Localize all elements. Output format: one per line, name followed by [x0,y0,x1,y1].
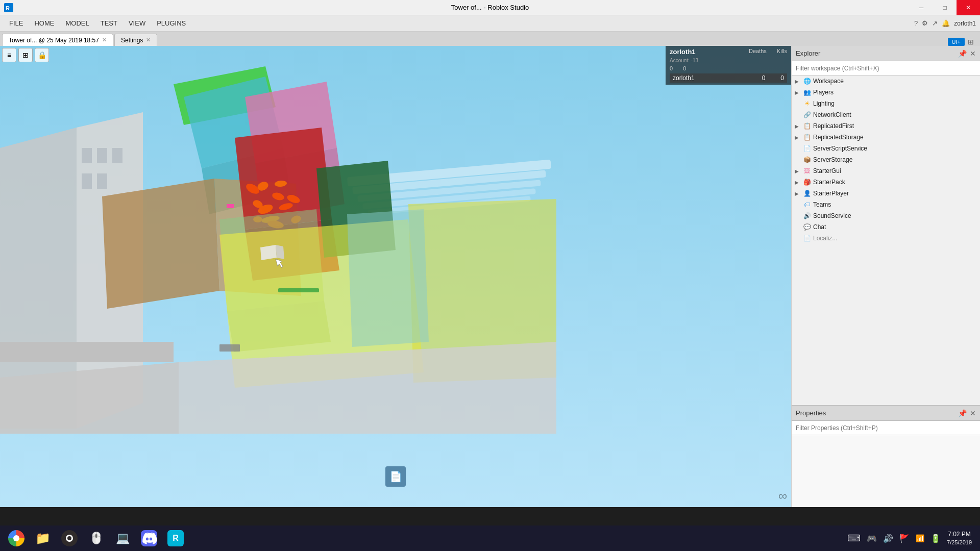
networkclient-icon: 🔗 [803,111,811,119]
window-title: Tower of... - Roblox Studio [451,4,529,11]
username-label: zorloth1 [954,20,976,27]
tree-item-soundservice[interactable]: ▶ 🔊 SoundService [792,210,980,221]
taskbar-discord[interactable] [137,527,161,549]
hud-player-name: zorloth1 [673,74,695,82]
minimize-button[interactable]: ─ [910,0,933,15]
taskbar-chrome[interactable] [4,527,29,549]
lighting-label: Lighting [813,100,977,107]
startergui-label: StarterGui [813,167,977,174]
starterpack-arrow: ▶ [795,180,801,185]
serverstorage-icon: 📦 [803,156,811,164]
properties-close-icon[interactable]: ✕ [970,409,976,417]
taskbar-clock[interactable]: 7:02 PM 7/25/2019 [947,530,972,546]
taskbar-roblox[interactable]: R [163,527,188,549]
notifications-icon[interactable]: 🔔 [942,19,950,27]
properties-filter-input[interactable] [792,421,980,435]
replicatedstorage-icon: 📋 [803,133,811,141]
soundservice-icon: 🔊 [803,212,811,220]
taskbar-right: ⌨ 🎮 🔊 🚩 📶 🔋 7:02 PM 7/25/2019 [847,530,976,546]
settings-gear-icon[interactable]: ⚙ [922,19,928,27]
tree-item-serverscriptservice[interactable]: ▶ 📄 ServerScriptService [792,143,980,154]
taskbar-files[interactable]: 📁 [31,527,55,549]
menu-file[interactable]: FILE [4,17,28,29]
tab-viewport-close[interactable]: ✕ [102,37,107,43]
tab-settings-close[interactable]: ✕ [146,37,151,43]
menu-model[interactable]: MODEL [60,17,94,29]
tree-item-teams[interactable]: ▶ 🏷 Teams [792,199,980,210]
menu-plugins[interactable]: PLUGINS [152,17,191,29]
tab-viewport[interactable]: Tower of... @ 25 May 2019 18:57 ✕ [2,34,113,46]
menu-test[interactable]: TEST [95,17,122,29]
explorer-pin-icon[interactable]: 📌 [958,49,967,58]
titlebar: R Tower of... - Roblox Studio ─ □ ✕ [0,0,980,15]
partial-label: Localiz... [813,235,977,242]
tree-item-starterpack[interactable]: ▶ 🎒 StarterPack [792,177,980,188]
ui-toggle-button[interactable]: UI+ [948,38,965,46]
taskbar-mouse[interactable]: 🖱️ [84,527,108,549]
player-hud: zorloth1 Deaths Kills Account: -13 0 0 z… [666,46,791,85]
tree-item-partial[interactable]: ▶ 📄 Localiz... [792,233,980,244]
tree-item-networkclient[interactable]: ▶ 🔗 NetworkClient [792,109,980,120]
svg-rect-10 [0,342,174,362]
properties-pin-icon[interactable]: 📌 [958,409,967,417]
hamburger-menu-icon[interactable]: ≡ [2,48,16,62]
tab-settings[interactable]: Settings ✕ [114,34,157,46]
svg-marker-47 [276,245,284,259]
tree-item-players[interactable]: ▶ 👥 Players [792,87,980,98]
tree-item-starterplayer[interactable]: ▶ 👤 StarterPlayer [792,188,980,199]
taskbar-explorer[interactable]: 💻 [110,527,135,549]
lock-icon[interactable]: 🔒 [35,48,49,62]
explorer-close-icon[interactable]: ✕ [970,49,976,58]
hud-deaths-value: 0 [670,65,673,71]
workspace-label: Workspace [813,78,977,85]
serverscriptservice-icon: 📄 [803,144,811,153]
tree-item-workspace[interactable]: ▶ 🌐 Workspace [792,76,980,87]
keyboard-icon[interactable]: ⌨ [847,533,861,544]
hud-kills-value: 0 [683,65,686,71]
flag-icon[interactable]: 🚩 [899,534,910,543]
explorer-title: Explorer [796,49,820,57]
startergui-icon: 🖼 [803,167,811,175]
teams-label: Teams [813,201,977,208]
replicatedfirst-icon: 📋 [803,122,811,130]
hud-player-kills: 0 [780,74,784,82]
tree-item-replicatedfirst[interactable]: ▶ 📋 ReplicatedFirst [792,120,980,132]
tree-item-chat[interactable]: ▶ 💬 Chat [792,221,980,233]
tree-item-serverstorage[interactable]: ▶ 📦 ServerStorage [792,154,980,165]
svg-rect-48 [278,288,319,292]
network-signal-icon[interactable]: 📶 [916,534,924,542]
svg-rect-15 [97,173,107,189]
maximize-button[interactable]: □ [933,0,957,15]
close-button[interactable]: ✕ [957,0,980,15]
explorer-filter-input[interactable] [792,61,980,76]
taskbar-obs[interactable] [57,527,82,549]
players-icon: 👥 [803,88,811,96]
battery-icon[interactable]: 🔋 [930,534,941,543]
menu-home[interactable]: HOME [29,17,59,29]
viewport: ≡ ⊞ 🔒 zorloth1 Deaths Kills Account: -13… [0,46,791,507]
hud-username: zorloth1 [670,48,696,56]
networkclient-label: NetworkClient [813,111,977,118]
share-icon[interactable]: ↗ [932,19,938,27]
tree-item-lighting[interactable]: ▶ ☀ Lighting [792,98,980,109]
chat-icon: 💬 [803,223,811,231]
svg-marker-46 [260,245,277,260]
starterpack-label: StarterPack [813,179,977,186]
workspace-arrow: ▶ [795,79,801,84]
controller-icon[interactable]: 🎮 [867,534,877,543]
menu-view[interactable]: VIEW [124,17,151,29]
tree-item-replicatedstorage[interactable]: ▶ 📋 ReplicatedStorage [792,132,980,143]
volume-icon[interactable]: 🔊 [883,534,893,543]
tree-item-startergui[interactable]: ▶ 🖼 StarterGui [792,165,980,177]
taskbar: 📁 🖱️ 💻 R ⌨ 🎮 🔊 🚩 📶 🔋 7:0 [0,525,980,551]
help-icon[interactable]: ? [914,19,918,27]
grid-view-icon[interactable]: ⊞ [18,48,33,62]
tab-viewport-label: Tower of... @ 25 May 2019 18:57 [9,37,99,44]
starterpack-icon: 🎒 [803,178,811,186]
properties-content [792,435,980,507]
replicatedfirst-arrow: ▶ [795,123,801,129]
svg-rect-49 [219,344,240,352]
fullscreen-icon[interactable]: ⊞ [968,38,974,46]
starterplayer-label: StarterPlayer [813,190,977,197]
starterplayer-icon: 👤 [803,189,811,197]
